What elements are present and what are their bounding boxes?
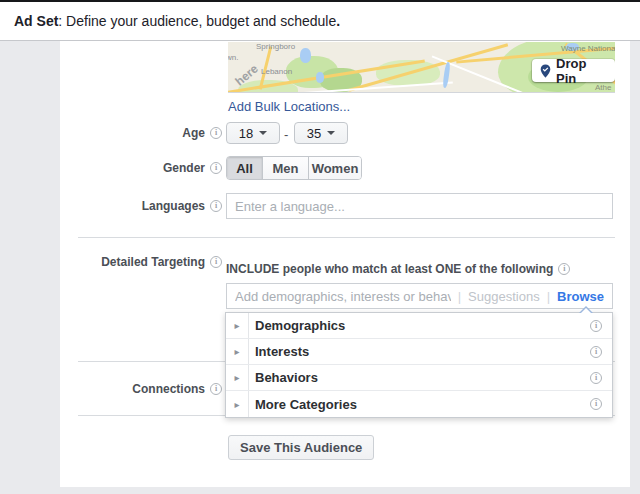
map-label-wn: wn. [228, 53, 238, 62]
map-water [316, 72, 324, 83]
gender-option-women[interactable]: Women [309, 157, 361, 179]
category-row-more-categories[interactable]: ▸ More Categories i [226, 391, 612, 417]
save-audience-button[interactable]: Save This Audience [228, 435, 374, 460]
category-row-behaviors[interactable]: ▸ Behaviors i [226, 365, 612, 391]
map-water [300, 48, 311, 63]
chevron-right-icon: ▸ [226, 399, 248, 410]
connections-label: Connections [132, 382, 205, 396]
section-divider [78, 237, 615, 238]
gender-option-men[interactable]: Men [263, 157, 309, 179]
age-label-group: Age i [60, 125, 222, 141]
ad-set-screen: Ad Set: Define your audience, budget and… [0, 0, 640, 494]
drop-pin-icon [539, 64, 552, 78]
map-water [442, 62, 451, 88]
chevron-right-icon: ▸ [226, 346, 248, 357]
drop-pin-button[interactable]: Drop Pin [532, 59, 615, 82]
languages-input[interactable] [226, 193, 613, 219]
info-icon[interactable]: i [590, 372, 602, 384]
include-condition-label: INCLUDE people who match at least ONE of… [226, 262, 553, 276]
chevron-down-icon [327, 131, 335, 135]
age-max-value: 35 [307, 126, 321, 141]
gender-label-group: Gender i [60, 160, 222, 176]
location-map[interactable]: Springboro Lebanon wn. here Wayne Nation… [228, 42, 615, 93]
input-separator: | [547, 289, 550, 304]
gender-segmented-control: All Men Women [226, 156, 362, 180]
languages-label-group: Languages i [60, 198, 222, 214]
info-icon[interactable]: i [210, 127, 222, 139]
info-icon[interactable]: i [210, 383, 222, 395]
info-icon[interactable]: i [590, 398, 602, 410]
detailed-targeting-label: Detailed Targeting [101, 255, 205, 269]
age-label: Age [182, 126, 205, 140]
age-min-value: 18 [239, 126, 253, 141]
age-range-separator: - [284, 127, 288, 142]
category-label: More Categories [249, 397, 590, 412]
info-icon[interactable]: i [210, 256, 222, 268]
section-header-subtitle: : Define your audience, budget and sched… [58, 13, 336, 29]
map-label-lebanon: Lebanon [261, 67, 292, 76]
category-row-interests[interactable]: ▸ Interests i [226, 339, 612, 365]
info-icon[interactable]: i [590, 346, 602, 358]
gender-label: Gender [163, 161, 205, 175]
gender-option-all[interactable]: All [227, 157, 263, 179]
detailed-targeting-input[interactable] [235, 289, 451, 304]
info-icon[interactable]: i [558, 263, 570, 275]
connections-label-group: Connections i [60, 381, 222, 397]
age-min-select[interactable]: 18 [226, 122, 280, 144]
browse-link[interactable]: Browse [557, 289, 604, 304]
include-condition-text: INCLUDE people who match at least ONE of… [226, 262, 570, 276]
chevron-right-icon: ▸ [226, 320, 248, 331]
age-max-select[interactable]: 35 [294, 122, 348, 144]
input-separator: | [458, 289, 461, 304]
category-label: Demographics [249, 318, 590, 333]
map-label-wayne-national: Wayne National [561, 44, 609, 54]
detailed-targeting-inputbox: | Suggestions | Browse [226, 283, 613, 309]
browse-categories-dropdown: ▸ Demographics i ▸ Interests i ▸ Behavio… [225, 312, 613, 418]
drop-pin-label: Drop Pin [556, 56, 606, 86]
chevron-down-icon [259, 131, 267, 135]
chevron-right-icon: ▸ [226, 372, 248, 383]
detailed-targeting-label-group: Detailed Targeting i [60, 254, 222, 270]
category-label: Interests [249, 344, 590, 359]
section-header: Ad Set: Define your audience, budget and… [0, 0, 640, 41]
section-header-period: . [336, 13, 340, 29]
add-bulk-locations-link[interactable]: Add Bulk Locations... [228, 99, 350, 114]
map-label-springboro: Springboro [256, 42, 295, 51]
languages-label: Languages [142, 199, 205, 213]
suggestions-link[interactable]: Suggestions [468, 289, 540, 304]
category-row-demographics[interactable]: ▸ Demographics i [226, 313, 612, 339]
category-label: Behaviors [249, 370, 590, 385]
dropdown-caret [579, 306, 593, 313]
info-icon[interactable]: i [210, 162, 222, 174]
info-icon[interactable]: i [590, 320, 602, 332]
info-icon[interactable]: i [210, 200, 222, 212]
section-header-title: Ad Set [14, 13, 58, 29]
